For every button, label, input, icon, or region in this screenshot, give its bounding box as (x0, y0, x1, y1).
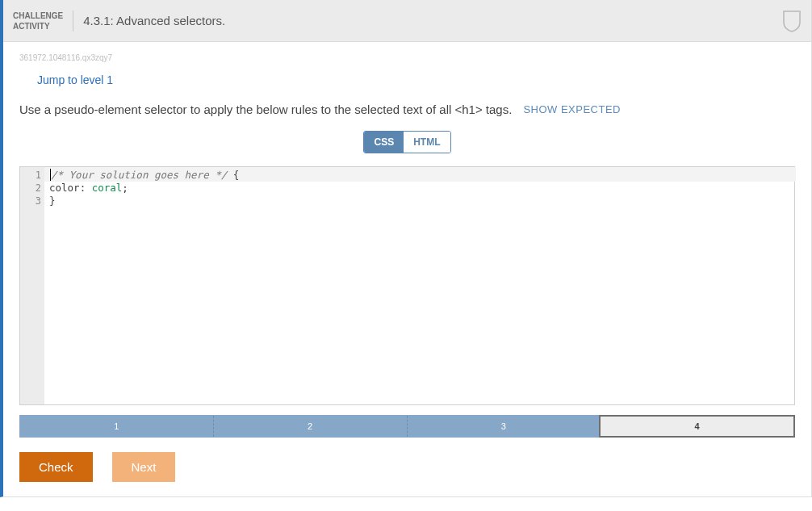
next-button[interactable]: Next (112, 452, 176, 482)
instruction-text: Use a pseudo-element selector to apply t… (19, 103, 512, 116)
progress-step-1[interactable]: 1 (20, 416, 214, 437)
line-number: 1 (20, 169, 41, 182)
editor-gutter: 1 2 3 (20, 167, 44, 404)
code-property: color: (49, 182, 86, 194)
code-value: coral (86, 182, 122, 194)
editor-content[interactable]: /* Your solution goes here */ { color: c… (44, 167, 794, 404)
shield-icon (782, 10, 802, 32)
check-button[interactable]: Check (19, 452, 93, 482)
code-comment: /* Your solution goes here */ (51, 169, 227, 181)
tab-css[interactable]: CSS (364, 132, 404, 153)
progress-step-4[interactable]: 4 (599, 415, 795, 438)
activity-body: 361972.1048116.qx3zqy7 Jump to level 1 U… (3, 42, 811, 496)
line-number: 2 (20, 182, 41, 195)
code-semicolon: ; (122, 182, 128, 194)
editor-tabs: CSS HTML (19, 131, 795, 153)
jump-to-level-link[interactable]: Jump to level 1 (37, 73, 795, 86)
level-progress: 1 2 3 4 (19, 415, 795, 438)
badge-line-1: CHALLENGE (13, 11, 63, 20)
challenge-badge: CHALLENGE ACTIVITY (13, 10, 73, 31)
line-number: 3 (20, 195, 41, 207)
code-brace-close: } (49, 195, 56, 207)
progress-step-2[interactable]: 2 (214, 416, 408, 437)
activity-title: 4.3.1: Advanced selectors. (73, 14, 782, 27)
badge-line-2: ACTIVITY (13, 22, 50, 31)
show-expected-link[interactable]: SHOW EXPECTED (523, 103, 621, 115)
tab-html[interactable]: HTML (404, 132, 450, 153)
activity-header: CHALLENGE ACTIVITY 4.3.1: Advanced selec… (3, 0, 811, 42)
code-brace: { (227, 169, 239, 181)
progress-step-3[interactable]: 3 (408, 416, 601, 437)
reference-id: 361972.1048116.qx3zqy7 (19, 53, 795, 62)
code-editor[interactable]: 1 2 3 /* Your solution goes here */ { co… (19, 166, 795, 405)
